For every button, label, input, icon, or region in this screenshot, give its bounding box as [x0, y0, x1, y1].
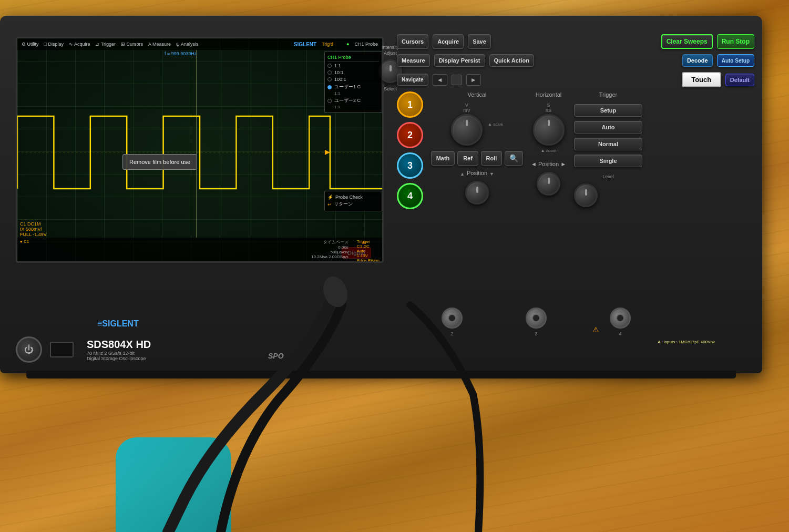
screen-menu-bar: ⚙ Utility □ Display ∿ Acquire ⊿ Trigger … [17, 38, 382, 50]
ch3-bnc [610, 308, 631, 329]
menu-acquire[interactable]: ∿ Acquire [69, 42, 90, 47]
horizontal-label: Horizontal [536, 91, 562, 98]
screen-tooltip: Remove film before use [122, 154, 197, 170]
second-button-row: Measure Display Persist Quick Action Dec… [397, 54, 754, 67]
probe-radio-100to1 [327, 77, 332, 81]
return-item[interactable]: ↩ リターン [327, 201, 379, 208]
menu-measure[interactable]: A Measure [148, 42, 171, 47]
math-button[interactable]: Math [431, 151, 455, 166]
auto-setup-button[interactable]: Auto Setup [717, 54, 754, 67]
ch1-status: ● C1 [20, 239, 29, 244]
probe-radio-user1 [327, 85, 332, 89]
channel-2-button[interactable]: 2 [397, 122, 423, 148]
normal-button[interactable]: Normal [574, 138, 642, 150]
nav-center-btn[interactable] [452, 75, 462, 85]
user1-ratio: 1:1 [334, 91, 379, 96]
ch2-bnc [526, 308, 547, 329]
ch1-probe-panel: CH1 Probe 1:1 10:1 100:1 ユーザー1 C 1:1 [324, 52, 382, 112]
probe-option-100to1[interactable]: 100:1 [327, 77, 379, 82]
nav-left-btn[interactable]: ◄ [433, 74, 447, 86]
ch2-bnc-inner [532, 314, 540, 322]
bnc-ch1: 2 [442, 308, 463, 336]
acquire-button[interactable]: Acquire [433, 34, 464, 49]
menu-display[interactable]: □ Display [44, 42, 64, 47]
probe-radio-user2 [327, 99, 332, 103]
roll-button[interactable]: Roll [481, 151, 502, 166]
front-panel-bottom: ⏻ ≡SIGLENT SDS804X HD 70 MHz 2 GSa/s 12-… [16, 336, 151, 363]
zoom-label: ▲ zoom [541, 148, 557, 153]
power-button[interactable]: ⏻ [16, 336, 42, 363]
ch1-bnc-inner [448, 314, 456, 322]
probe-check-panel: ⚡ Probe Check ↩ リターン [324, 191, 382, 211]
warning-triangle: ⚠ [592, 325, 599, 334]
v-scale-section: VmV [451, 103, 483, 146]
siglent-logo-text: ≡SIGLENT [97, 319, 139, 329]
scale-label: ▲ scale [488, 122, 503, 127]
menu-cursors[interactable]: ⊞ Cursors [121, 42, 143, 47]
position-area: ▲ Position ▼ [460, 170, 494, 178]
siglent-brand-label: SIGLENT [294, 42, 316, 47]
top-button-row: Cursors Acquire Save Clear Sweeps Run St… [397, 34, 754, 49]
menu-trigger[interactable]: ⊿ Trigger [95, 42, 116, 47]
spec1-label: 70 MHz 2 GSa/s 12-bit [87, 351, 151, 356]
bnc-ch2: 3 [526, 308, 547, 336]
bnc-ch3: 4 [610, 308, 631, 336]
trigger-section-label: Trigger [574, 91, 642, 98]
single-button[interactable]: Single [574, 155, 642, 167]
trigger-level-knob[interactable] [574, 183, 598, 207]
cyan-cloth [116, 437, 231, 532]
menu-analysis[interactable]: ψ Analysis [176, 42, 198, 47]
search-button[interactable]: 🔍 [505, 151, 523, 166]
navigate-button[interactable]: Navigate [397, 74, 428, 86]
bnc-ch3-label: 4 [619, 331, 621, 336]
auto-button[interactable]: Auto [574, 121, 642, 134]
display-persist-button[interactable]: Display Persist [434, 54, 485, 67]
timebase-status: タイムベース 0.00s 500μs/div 10.2Msa 2.00GSa/s [311, 239, 349, 259]
h-position-knob[interactable] [537, 172, 560, 196]
default-button[interactable]: Default [725, 74, 754, 86]
probe-option-user2[interactable]: ユーザー2 C [327, 97, 379, 104]
channel-1-button[interactable]: 1 [397, 91, 423, 118]
horizontal-section: Horizontal SnS ▲ zoom ◄ Position ► [531, 91, 566, 209]
vertical-mid-buttons: ▲ scale [488, 122, 503, 127]
setup-button[interactable]: Setup [574, 104, 642, 117]
probe-option-user1[interactable]: ユーザー1 C [327, 84, 379, 90]
v-scale-knob[interactable] [451, 114, 483, 146]
main-control-panel: Cursors Acquire Save Clear Sweeps Run St… [397, 34, 754, 344]
h-position-area: ◄ Position ► [531, 161, 566, 169]
h-position-label: ◄ Position ► [531, 161, 566, 167]
ref-button[interactable]: Ref [457, 151, 478, 166]
siglent-logo: ≡SIGLENT [97, 319, 139, 329]
navigate-row: Navigate ◄ ► Touch Default [397, 72, 754, 87]
probe-radio-10to1 [327, 70, 332, 75]
trigger-section: Trigger Setup Auto Normal Single Level [574, 91, 642, 209]
screen-display: ⚙ Utility □ Display ∿ Acquire ⊿ Trigger … [17, 38, 382, 261]
probe-radio-1to1 [327, 64, 332, 68]
bnc-ch1-label: 2 [450, 331, 453, 336]
ch1-probe-label: CH1 Probe [354, 42, 378, 47]
touch-button[interactable]: Touch [682, 72, 721, 87]
menu-utility[interactable]: ⚙ Utility [22, 42, 39, 47]
h-scale-knob[interactable] [533, 114, 565, 146]
quick-action-button[interactable]: Quick Action [489, 54, 534, 67]
channel-3-button[interactable]: 3 [397, 152, 423, 179]
vertical-section: Vertical VmV ▲ scale Math Ref Roll 🔍 [431, 91, 523, 209]
decode-button[interactable]: Decode [682, 54, 713, 67]
user2-ratio: 1:1 [334, 105, 379, 109]
measure-button[interactable]: Measure [397, 54, 430, 67]
probe-option-1to1[interactable]: 1:1 [327, 63, 379, 68]
level-label: Level [574, 174, 642, 179]
bnc-ch2-label: 3 [535, 331, 537, 336]
cursors-button[interactable]: Cursors [397, 34, 428, 49]
trigger-status: Trigger C1 DC Auto 1.45V Edge Rising [357, 239, 380, 263]
nav-right-btn[interactable]: ► [466, 74, 481, 86]
spo-text: SPO [268, 352, 284, 360]
probe-check-item[interactable]: ⚡ Probe Check [327, 195, 379, 200]
channel-4-button[interactable]: 4 [397, 183, 423, 209]
oscilloscope-body: ⚙ Utility □ Display ∿ Acquire ⊿ Trigger … [0, 16, 762, 373]
v-position-knob[interactable] [465, 181, 489, 204]
clear-sweeps-button[interactable]: Clear Sweeps [661, 34, 713, 49]
save-button[interactable]: Save [468, 34, 491, 49]
probe-option-10to1[interactable]: 10:1 [327, 70, 379, 75]
run-stop-button[interactable]: Run Stop [717, 34, 754, 49]
